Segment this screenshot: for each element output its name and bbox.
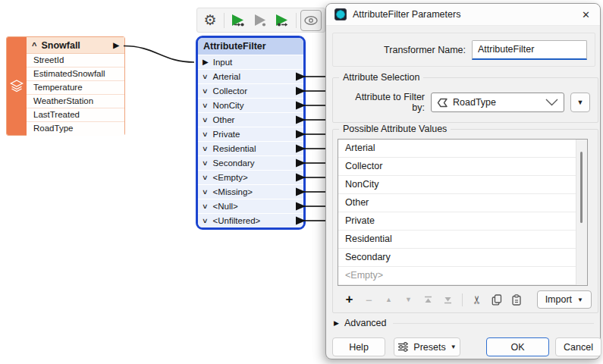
source-attribute-row[interactable]: EstimatedSnowfall [27, 67, 124, 81]
possible-values-list[interactable]: ArterialCollectorNonCityOtherPrivateResi… [338, 139, 588, 286]
output-port-label: Arterial [213, 72, 240, 81]
help-button-label: Help [349, 342, 369, 353]
connection-snowfall-to-input[interactable] [124, 46, 194, 63]
output-port-row[interactable]: ∨<Empty> [198, 170, 303, 184]
attribute-combobox-value: RoadType [453, 97, 541, 108]
scrollbar-thumb[interactable] [580, 152, 583, 223]
possible-value-row[interactable]: Secondary [338, 249, 576, 267]
output-port-row[interactable]: ∨<Null> [198, 199, 303, 213]
chevron-down-icon: ∨ [202, 74, 209, 80]
chevron-down-icon: ∨ [202, 218, 209, 224]
possible-value-row[interactable]: Residential [338, 231, 576, 249]
source-attribute-row[interactable]: Temperature [27, 81, 124, 95]
source-node-color-bar [7, 37, 27, 135]
possible-value-row[interactable]: <Empty> [338, 267, 576, 285]
output-port-label: Other [213, 115, 235, 124]
expand-triangle-icon: ▶ [334, 319, 339, 327]
inspect-toggle-button[interactable] [300, 10, 322, 31]
add-row-icon[interactable]: + [344, 293, 355, 306]
output-port-row[interactable]: ∨Collector [198, 83, 303, 98]
output-port-row[interactable]: ∨Arterial [198, 69, 303, 83]
possible-value-row[interactable]: Collector [338, 158, 576, 176]
transformer-node-title: AttributeFilter [203, 41, 266, 52]
sliders-icon [397, 342, 409, 352]
source-attribute-row[interactable]: LastTreated [27, 108, 124, 122]
attribute-selection-group-label: Attribute Selection [339, 72, 423, 83]
quick-action-toolbar: ⚙ [196, 8, 325, 33]
settings-button[interactable]: ⚙ [200, 11, 220, 30]
chevron-down-icon: ∨ [202, 131, 209, 138]
output-port-icon[interactable]: ▶ [113, 41, 119, 49]
attribute-selection-group: Attribute Selection Attribute to Filter … [332, 77, 598, 123]
output-port-label: Residential [213, 144, 256, 153]
output-port-row[interactable]: ∨Private [198, 127, 303, 141]
attribute-combobox[interactable]: RoadType [431, 93, 564, 112]
move-up-icon[interactable]: ▲ [383, 293, 394, 306]
source-attribute-row[interactable]: RoadType [27, 122, 124, 136]
output-port-label: <Empty> [213, 173, 248, 182]
run-selected-button-disabled[interactable] [250, 11, 270, 30]
source-node-header[interactable]: ^ Snowfall ▶ [27, 37, 124, 54]
source-node-title: Snowfall [41, 40, 80, 51]
chevron-up-icon[interactable]: ^ [32, 41, 36, 50]
import-button[interactable]: Import ▼ [537, 290, 592, 309]
paste-icon[interactable] [510, 293, 522, 306]
transformer-node-attributefilter[interactable]: AttributeFilter ▶ Input ∨Arterial∨Collec… [196, 36, 306, 230]
transformer-name-panel: Transformer Name: [332, 33, 595, 67]
chevron-down-icon: ∨ [202, 174, 209, 181]
source-node-snowfall[interactable]: ^ Snowfall ▶ StreetIdEstimatedSnowfallTe… [6, 36, 125, 136]
output-port-label: NonCity [213, 101, 244, 110]
move-down-icon[interactable]: ▼ [403, 293, 414, 306]
close-icon[interactable]: ✕ [580, 9, 592, 20]
output-port-row[interactable]: ∨<Unfiltered> [198, 213, 303, 228]
output-port-label: Private [213, 130, 240, 139]
help-button[interactable]: Help [332, 337, 385, 356]
chevron-down-icon: ∨ [202, 160, 209, 167]
move-to-top-icon[interactable] [422, 293, 434, 306]
cut-icon[interactable]: ✂ [471, 294, 483, 306]
possible-value-row[interactable]: NonCity [338, 176, 576, 194]
input-port-row[interactable]: ▶ Input [198, 55, 303, 69]
presets-button[interactable]: Presets ▼ [394, 337, 460, 356]
list-scrollbar[interactable] [576, 140, 587, 285]
output-port-row[interactable]: ∨Secondary [198, 155, 303, 170]
output-port-label: <Null> [213, 202, 238, 211]
possible-values-group: Possible Attribute Values ArterialCollec… [332, 129, 598, 313]
attribute-options-dropdown-button[interactable]: ▼ [570, 93, 590, 112]
transformer-node-header[interactable]: AttributeFilter [198, 38, 303, 55]
list-toolbar: + − ▲ ▼ ✂ Import [344, 290, 592, 309]
presets-button-label: Presets [413, 342, 445, 353]
output-port-label: <Missing> [213, 187, 253, 196]
attributefilter-parameters-dialog: AttributeFilter Parameters ✕ Transformer… [325, 3, 601, 359]
possible-value-row[interactable]: Private [338, 212, 576, 231]
transformer-name-input[interactable] [472, 40, 587, 60]
dialog-titlebar[interactable]: AttributeFilter Parameters ✕ [326, 4, 600, 26]
advanced-section-toggle[interactable]: ▶ Advanced [334, 318, 594, 328]
ok-button[interactable]: OK [486, 337, 549, 356]
output-port-row[interactable]: ∨Other [198, 112, 303, 127]
cancel-button[interactable]: Cancel [555, 337, 601, 356]
output-port-row[interactable]: ∨NonCity [198, 98, 303, 112]
possible-values-group-label: Possible Attribute Values [339, 124, 451, 134]
remove-row-icon[interactable]: − [363, 293, 375, 306]
output-port-rows: ∨Arterial∨Collector∨NonCity∨Other∨Privat… [198, 69, 303, 228]
output-port-label: <Unfiltered> [213, 216, 261, 225]
advanced-divider [393, 323, 594, 324]
chevron-down-icon: ∨ [202, 102, 209, 109]
dropdown-arrow-icon: ▼ [451, 344, 457, 350]
run-to-this-button[interactable] [228, 11, 248, 30]
output-port-row[interactable]: ∨Residential [198, 141, 303, 155]
source-attribute-row[interactable]: StreetId [27, 54, 124, 67]
source-attribute-row[interactable]: WeatherStation [27, 95, 124, 108]
advanced-label: Advanced [344, 318, 387, 328]
output-port-row[interactable]: ∨<Missing> [198, 184, 303, 199]
workbench-canvas: ^ Snowfall ▶ StreetIdEstimatedSnowfallTe… [0, 0, 603, 364]
copy-icon[interactable] [491, 293, 502, 306]
input-port-icon: ▶ [203, 58, 209, 66]
possible-value-row[interactable]: Other [338, 194, 576, 212]
chevron-down-icon: ∨ [202, 88, 209, 95]
run-from-this-button[interactable] [272, 11, 292, 30]
possible-value-row[interactable]: Arterial [338, 140, 576, 158]
possible-values-rows: ArterialCollectorNonCityOtherPrivateResi… [338, 140, 587, 285]
move-to-bottom-icon[interactable] [442, 293, 454, 306]
